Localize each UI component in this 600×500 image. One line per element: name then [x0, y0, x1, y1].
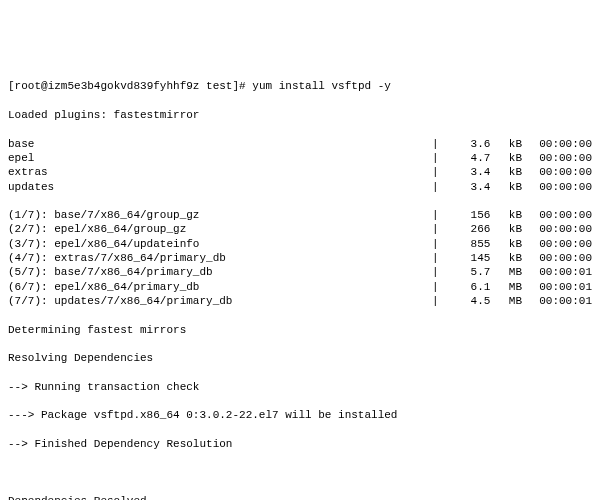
download-line: (7/7): updates/7/x86_64/primary_db|4.5 M… — [8, 294, 592, 308]
download-line: (5/7): base/7/x86_64/primary_db|5.7 MB00… — [8, 265, 592, 279]
download-line: (6/7): epel/x86_64/primary_db|6.1 MB00:0… — [8, 280, 592, 294]
package-line: ---> Package vsftpd.x86_64 0:3.0.2-22.el… — [8, 408, 592, 422]
repo-line: base|3.6 kB00:00:00 — [8, 137, 592, 151]
repo-line: updates|3.4 kB00:00:00 — [8, 180, 592, 194]
download-line: (1/7): base/7/x86_64/group_gz|156 kB00:0… — [8, 208, 592, 222]
mirrors-line: Determining fastest mirrors — [8, 323, 592, 337]
prompt-line: [root@izm5e3b4gokvd839fyhhf9z test]# yum… — [8, 79, 592, 93]
plugins-line: Loaded plugins: fastestmirror — [8, 108, 592, 122]
resolving-line: Resolving Dependencies — [8, 351, 592, 365]
download-line: (4/7): extras/7/x86_64/primary_db|145 kB… — [8, 251, 592, 265]
download-line: (3/7): epel/x86_64/updateinfo|855 kB00:0… — [8, 237, 592, 251]
finished-line: --> Finished Dependency Resolution — [8, 437, 592, 451]
deps-resolved: Dependencies Resolved — [8, 494, 592, 500]
txn-check-line: --> Running transaction check — [8, 380, 592, 394]
terminal-output: [root@izm5e3b4gokvd839fyhhf9z test]# yum… — [8, 65, 592, 500]
download-line: (2/7): epel/x86_64/group_gz|266 kB00:00:… — [8, 222, 592, 236]
command-text: yum install vsftpd -y — [252, 80, 391, 92]
repo-line: epel|4.7 kB00:00:00 — [8, 151, 592, 165]
repo-line: extras|3.4 kB00:00:00 — [8, 165, 592, 179]
